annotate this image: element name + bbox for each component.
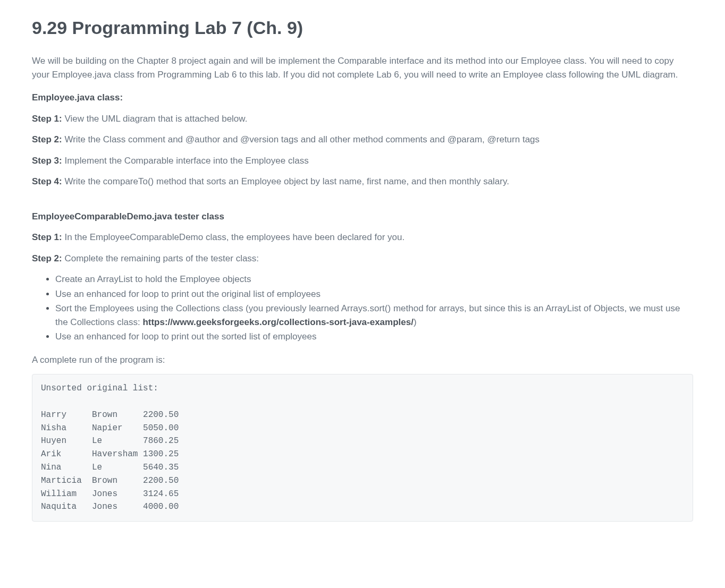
s2-step1-label: Step 1: xyxy=(32,232,62,242)
step1-line: Step 1: View the UML diagram that is att… xyxy=(32,112,693,126)
page-title: 9.29 Programming Lab 7 (Ch. 9) xyxy=(32,16,693,39)
step3-label: Step 3: xyxy=(32,156,62,166)
step2-line: Step 2: Write the Class comment and @aut… xyxy=(32,133,693,147)
step2-label: Step 2: xyxy=(32,134,62,144)
step4-label: Step 4: xyxy=(32,176,62,186)
list-item: Use an enhanced for loop to print out th… xyxy=(55,330,693,344)
s2-step1-line: Step 1: In the EmployeeComparableDemo cl… xyxy=(32,231,693,244)
step1-text: View the UML diagram that is attached be… xyxy=(62,114,248,124)
s2-step2-line: Step 2: Complete the remaining parts of … xyxy=(32,252,693,266)
step4-line: Step 4: Write the compareTo() method tha… xyxy=(32,175,693,189)
list-item: Use an enhanced for loop to print out th… xyxy=(55,287,693,301)
step1-label: Step 1: xyxy=(32,114,62,124)
section2-header: EmployeeComparableDemo.java tester class xyxy=(32,210,693,224)
bullet3-post: ) xyxy=(414,317,417,327)
section1-header: Employee.java class: xyxy=(32,91,693,105)
intro-paragraph: We will be building on the Chapter 8 pro… xyxy=(32,54,693,81)
s2-step2-text: Complete the remaining parts of the test… xyxy=(62,253,259,263)
step2-text: Write the Class comment and @author and … xyxy=(62,134,539,144)
s2-step1-text: In the EmployeeComparableDemo class, the… xyxy=(62,232,404,242)
step3-text: Implement the Comparable interface into … xyxy=(62,156,309,166)
s2-step2-label: Step 2: xyxy=(32,253,62,263)
collections-link[interactable]: https://www.geeksforgeeks.org/collection… xyxy=(142,317,414,327)
list-item: Create an ArrayList to hold the Employee… xyxy=(55,272,693,286)
step3-line: Step 3: Implement the Comparable interfa… xyxy=(32,154,693,168)
code-output: Unsorted original list: Harry Brown 2200… xyxy=(32,374,693,522)
bullet-list: Create an ArrayList to hold the Employee… xyxy=(55,272,693,344)
list-item: Sort the Employees using the Collections… xyxy=(55,302,693,329)
run-intro: A complete run of the program is: xyxy=(32,353,693,367)
step4-text: Write the compareTo() method that sorts … xyxy=(62,176,509,186)
